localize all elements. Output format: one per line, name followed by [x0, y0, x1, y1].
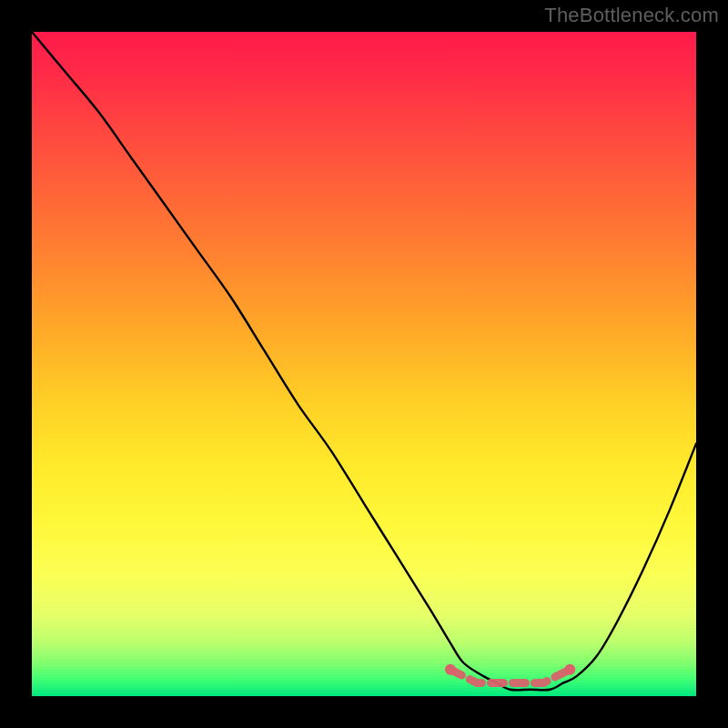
optimal-band-endcap	[445, 664, 456, 675]
curve-layer	[32, 32, 696, 696]
optimal-band-markers	[445, 664, 575, 683]
plot-area	[32, 32, 696, 696]
optimal-band-endcap	[564, 664, 575, 675]
optimal-band-path	[450, 670, 570, 683]
bottleneck-curve-path	[32, 32, 696, 690]
watermark-text: TheBottleneck.com	[544, 4, 719, 27]
chart-frame: TheBottleneck.com	[0, 0, 728, 728]
